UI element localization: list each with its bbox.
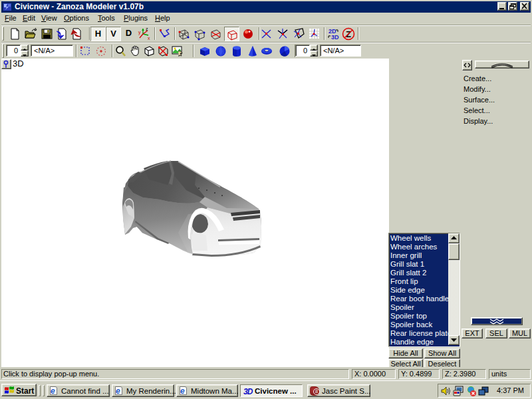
svg-text:y: y xyxy=(138,30,141,35)
svg-text:3D: 3D xyxy=(331,34,339,41)
svg-text:z: z xyxy=(146,27,148,31)
svg-text:x: x xyxy=(148,36,150,41)
